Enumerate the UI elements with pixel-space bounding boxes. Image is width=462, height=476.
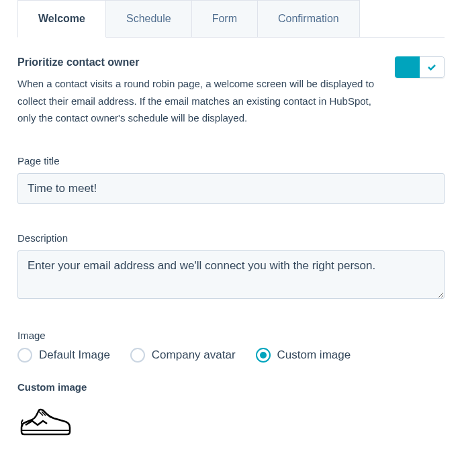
prioritize-description: When a contact visits a round robin page… [17,75,381,127]
radio-default-label: Default Image [39,348,110,362]
tab-form[interactable]: Form [192,0,258,38]
description-label: Description [17,232,445,244]
radio-default-image[interactable]: Default Image [17,348,110,363]
radio-circle-icon [17,348,32,363]
radio-circle-selected-icon [256,348,271,363]
tab-schedule[interactable]: Schedule [106,0,192,38]
tabs: Welcome Schedule Form Confirmation [17,0,445,38]
prioritize-toggle[interactable] [395,56,445,78]
radio-custom-image[interactable]: Custom image [256,348,351,363]
page-title-label: Page title [17,155,445,166]
radio-circle-icon [130,348,145,363]
sneaker-image [17,406,73,438]
radio-company-avatar[interactable]: Company avatar [130,348,236,363]
radio-custom-label: Custom image [277,348,351,362]
description-textarea[interactable] [17,250,445,299]
custom-image-label: Custom image [17,381,445,393]
check-icon [426,62,437,73]
tab-welcome[interactable]: Welcome [17,0,106,38]
prioritize-title: Prioritize contact owner [17,56,381,68]
tab-confirmation[interactable]: Confirmation [258,0,360,38]
page-title-input[interactable] [17,173,445,204]
radio-company-label: Company avatar [152,348,236,362]
image-label: Image [17,330,445,341]
